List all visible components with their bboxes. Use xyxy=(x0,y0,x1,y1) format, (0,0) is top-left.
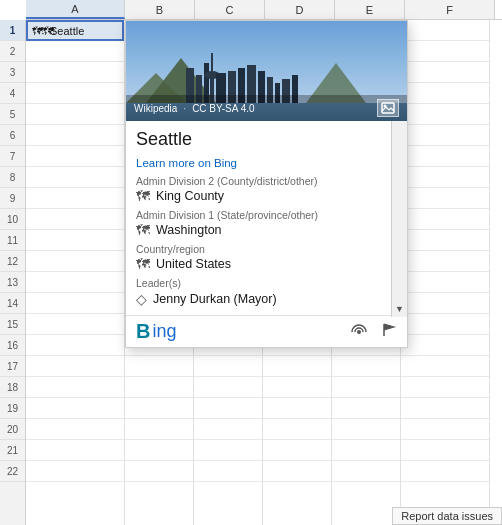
cell-a10[interactable] xyxy=(26,209,124,230)
cell-f6[interactable] xyxy=(401,125,489,146)
col-header-b: B xyxy=(125,0,195,19)
cell-a22[interactable] xyxy=(26,461,124,482)
row-num-16: 16 xyxy=(0,335,25,356)
cell-b19[interactable] xyxy=(125,398,193,419)
row-num-4: 4 xyxy=(0,83,25,104)
cell-f12[interactable] xyxy=(401,251,489,272)
cell-f21[interactable] xyxy=(401,440,489,461)
cell-a18[interactable] xyxy=(26,377,124,398)
cell-f16[interactable] xyxy=(401,335,489,356)
cell-c22[interactable] xyxy=(194,461,262,482)
cell-f10[interactable] xyxy=(401,209,489,230)
cell-e19[interactable] xyxy=(332,398,400,419)
radio-waves-icon[interactable] xyxy=(349,322,369,341)
report-label[interactable]: Report data issues xyxy=(401,510,493,522)
cell-e18[interactable] xyxy=(332,377,400,398)
cell-f9[interactable] xyxy=(401,188,489,209)
cell-e22[interactable] xyxy=(332,461,400,482)
cell-f7[interactable] xyxy=(401,146,489,167)
cell-c19[interactable] xyxy=(194,398,262,419)
learn-more-link[interactable]: Learn more on Bing xyxy=(136,157,383,169)
info-section-leader: Leader(s) ◇ Jenny Durkan (Mayor) xyxy=(136,277,383,307)
info-label-leader: Leader(s) xyxy=(136,277,383,289)
cell-f17[interactable] xyxy=(401,356,489,377)
cell-c20[interactable] xyxy=(194,419,262,440)
cell-a4[interactable] xyxy=(26,83,124,104)
image-expand-button[interactable] xyxy=(377,99,399,117)
cell-f2[interactable] xyxy=(401,41,489,62)
cell-d22[interactable] xyxy=(263,461,331,482)
cell-a13[interactable] xyxy=(26,272,124,293)
cell-a7[interactable] xyxy=(26,146,124,167)
cell-d17[interactable] xyxy=(263,356,331,377)
cell-a12[interactable] xyxy=(26,251,124,272)
cell-a17[interactable] xyxy=(26,356,124,377)
info-label-admin2: Admin Division 2 (County/district/other) xyxy=(136,175,383,187)
cell-a11[interactable] xyxy=(26,230,124,251)
row-num-18: 18 xyxy=(0,377,25,398)
cell-a3[interactable] xyxy=(26,62,124,83)
row-num-14: 14 xyxy=(0,293,25,314)
cell-a8[interactable] xyxy=(26,167,124,188)
cell-a1[interactable]: 🗺 Seattle xyxy=(26,20,124,41)
cell-f5[interactable] xyxy=(401,104,489,125)
map-icon-admin2: 🗺 xyxy=(136,189,150,203)
col-header-d: D xyxy=(265,0,335,19)
cell-e17[interactable] xyxy=(332,356,400,377)
cell-a15[interactable] xyxy=(26,314,124,335)
cell-c18[interactable] xyxy=(194,377,262,398)
cell-b21[interactable] xyxy=(125,440,193,461)
skyline-svg xyxy=(126,33,393,103)
cell-d20[interactable] xyxy=(263,419,331,440)
cell-b22[interactable] xyxy=(125,461,193,482)
scroll-down-button[interactable]: ▼ xyxy=(393,301,407,317)
row-num-22: 22 xyxy=(0,461,25,482)
flag-icon[interactable] xyxy=(381,322,397,341)
cell-e20[interactable] xyxy=(332,419,400,440)
col-a-cells: 🗺 Seattle xyxy=(26,20,125,525)
cell-a2[interactable] xyxy=(26,41,124,62)
cell-a14[interactable] xyxy=(26,293,124,314)
col-header-c: C xyxy=(195,0,265,19)
cell-a6[interactable] xyxy=(26,125,124,146)
map-icon-country: 🗺 xyxy=(136,257,150,271)
cell-a9[interactable] xyxy=(26,188,124,209)
cell-f14[interactable] xyxy=(401,293,489,314)
report-data-issues-bar: Report data issues xyxy=(392,507,502,525)
info-value-country: 🗺 United States xyxy=(136,257,383,271)
cell-f19[interactable] xyxy=(401,398,489,419)
cell-a21[interactable] xyxy=(26,440,124,461)
popup-image: Wikipedia · CC BY-SA 4.0 xyxy=(126,21,407,121)
cell-f20[interactable] xyxy=(401,419,489,440)
svg-rect-8 xyxy=(211,53,213,75)
cell-f11[interactable] xyxy=(401,230,489,251)
cell-a16[interactable] xyxy=(26,335,124,356)
cell-e21[interactable] xyxy=(332,440,400,461)
cell-c17[interactable] xyxy=(194,356,262,377)
cell-f8[interactable] xyxy=(401,167,489,188)
cell-a5[interactable] xyxy=(26,104,124,125)
row-num-9: 9 xyxy=(0,188,25,209)
cell-f18[interactable] xyxy=(401,377,489,398)
cell-f4[interactable] xyxy=(401,83,489,104)
cell-c21[interactable] xyxy=(194,440,262,461)
cell-a19[interactable] xyxy=(26,398,124,419)
cell-b20[interactable] xyxy=(125,419,193,440)
cell-d18[interactable] xyxy=(263,377,331,398)
row-num-21: 21 xyxy=(0,440,25,461)
info-value-leader-text: Jenny Durkan (Mayor) xyxy=(153,292,277,306)
info-popup: ▲ ▼ xyxy=(125,20,408,348)
cell-f3[interactable] xyxy=(401,62,489,83)
cell-d19[interactable] xyxy=(263,398,331,419)
info-section-admin1: Admin Division 1 (State/province/other) … xyxy=(136,209,383,237)
cell-b18[interactable] xyxy=(125,377,193,398)
cell-f13[interactable] xyxy=(401,272,489,293)
cell-a20[interactable] xyxy=(26,419,124,440)
cell-d21[interactable] xyxy=(263,440,331,461)
cell-f22[interactable] xyxy=(401,461,489,482)
cell-b17[interactable] xyxy=(125,356,193,377)
cell-f1[interactable] xyxy=(401,20,489,41)
info-value-leader: ◇ Jenny Durkan (Mayor) xyxy=(136,291,383,307)
cell-f15[interactable] xyxy=(401,314,489,335)
image-caption: Wikipedia · CC BY-SA 4.0 xyxy=(126,95,407,121)
